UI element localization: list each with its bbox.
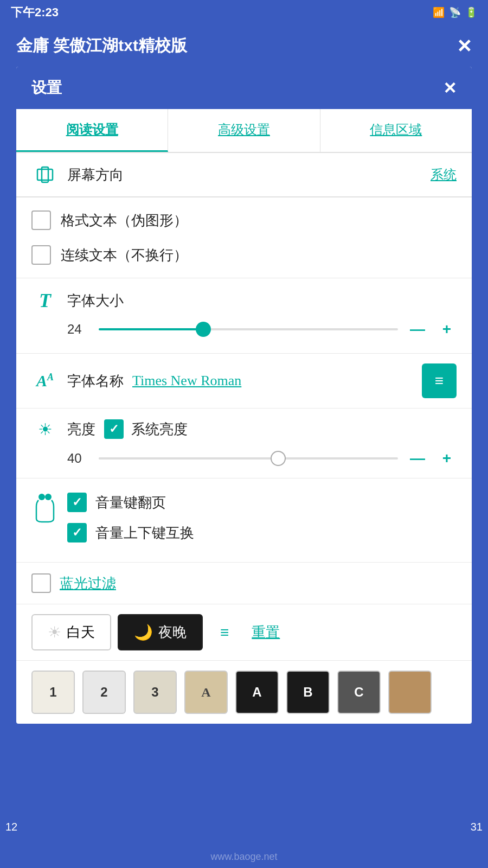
settings-dialog: 设置 ✕ 阅读设置 高级设置 信息区域 屏幕方向 系统 [16,67,472,724]
page-number-right: 31 [465,819,488,835]
checkbox-group: 格式文本（伪图形） 连续文本（不换行） [16,197,472,278]
volume-section: 音量键翻页 音量上下键互换 [16,478,472,563]
tab-info-zone[interactable]: 信息区域 [320,109,472,152]
app-titlebar: 金庸 笑傲江湖txt精校版 ✕ [0,25,488,67]
bluelight-checkbox[interactable] [31,573,51,593]
dialog-title: 设置 [31,78,62,98]
bluelight-section: 蓝光过滤 [16,563,472,604]
checkbox-row-1: 连续文本（不换行） [31,238,457,272]
brightness-slider-row: 40 — + [31,444,457,467]
brightness-system-label: 系统亮度 [131,420,188,439]
checkbox-format-text[interactable] [31,210,51,230]
moon-icon: 🌙 [134,623,153,641]
font-name-label: 字体名称 [67,372,124,391]
brightness-system-checkbox[interactable] [104,419,124,439]
font-size-slider-thumb[interactable] [196,322,211,337]
brightness-section: ☀ 亮度 系统亮度 40 — + [16,409,472,478]
font-name-btn-icon: ≡ [435,372,444,390]
volume-page-turn-row: 音量键翻页 [67,487,457,518]
signal-icon: 📶 [433,7,445,18]
volume-icon [31,487,59,528]
volume-swap-row: 音量上下键互换 [67,518,457,548]
font-name-icon: AA [31,372,59,390]
svg-rect-0 [37,169,53,180]
theme-swatch-1[interactable]: 1 [31,671,75,714]
font-size-slider-track[interactable] [99,328,398,330]
dialog-header: 设置 ✕ [16,67,472,109]
theme-swatch-a-dark[interactable]: A [235,671,279,714]
brightness-label: 亮度 [67,420,95,439]
theme-swatch-a-light[interactable]: A [184,671,228,714]
tab-read-settings[interactable]: 阅读设置 [16,109,168,152]
brightness-check-row: 系统亮度 [104,419,188,439]
font-size-icon: T [31,289,59,312]
tabs-row: 阅读设置 高级设置 信息区域 [16,109,472,153]
volume-checkboxes: 音量键翻页 音量上下键互换 [67,487,457,548]
theme-swatch-c-dark[interactable]: C [337,671,381,714]
status-time: 下午2:23 [11,4,59,21]
app-close-button[interactable]: ✕ [457,35,472,57]
day-mode-button[interactable]: ☀ 白天 [31,614,111,650]
volume-page-turn-checkbox[interactable] [67,493,87,512]
theme-swatch-b-dark[interactable]: B [286,671,330,714]
battery-icon: 🔋 [465,7,477,18]
volume-swap-checkbox[interactable] [67,523,87,542]
brightness-slider-track[interactable] [99,457,398,459]
brightness-minus-button[interactable]: — [408,450,427,467]
theme-row: 1 2 3 A A B C [16,661,472,724]
brightness-slider-thumb[interactable] [271,451,286,466]
theme-swatch-3[interactable]: 3 [133,671,177,714]
font-size-section: T 字体大小 24 — + [16,278,472,354]
font-name-row: AA 字体名称 Times New Roman ≡ [16,354,472,409]
bluelight-label[interactable]: 蓝光过滤 [60,574,116,593]
status-icons: 📶 📡 🔋 [433,7,477,18]
sun-icon: ☀ [48,623,61,641]
night-mode-button[interactable]: 🌙 夜晚 [118,614,203,650]
font-size-value: 24 [67,322,89,337]
app-title: 金庸 笑傲江湖txt精校版 [16,35,187,57]
brightness-header-row: ☀ 亮度 系统亮度 [31,414,457,444]
checkbox-row-0: 格式文本（伪图形） [31,203,457,238]
font-size-minus-button[interactable]: — [408,321,427,338]
checkbox-label-1: 连续文本（不换行） [61,246,188,265]
day-label: 白天 [67,623,95,642]
brightness-slider-fill [99,457,278,459]
reset-button[interactable]: 重置 [246,615,285,649]
tab-advanced-settings[interactable]: 高级设置 [168,109,320,152]
daynight-row: ☀ 白天 🌙 夜晚 ≡ 重置 [16,604,472,661]
status-bar: 下午2:23 📶 📡 🔋 [0,0,488,25]
screen-orientation-icon [31,165,59,184]
theme-swatch-2[interactable]: 2 [82,671,126,714]
brightness-icon: ☀ [31,420,59,439]
font-name-select-button[interactable]: ≡ [422,363,457,398]
font-size-plus-button[interactable]: + [437,321,457,338]
font-size-slider-fill [99,328,203,330]
theme-swatch-custom[interactable] [388,671,432,714]
font-size-slider-row: 24 — + [31,316,457,342]
bottom-watermark: www.baoge.net [0,846,488,868]
checkbox-label-0: 格式文本（伪图形） [61,211,188,230]
font-size-label-row: T 字体大小 [31,284,457,316]
night-label: 夜晚 [158,623,187,642]
settings-content: 屏幕方向 系统 格式文本（伪图形） 连续文本（不换行） T 字体大小 24 [16,153,472,724]
font-size-label: 字体大小 [67,291,124,310]
page-number-left: 12 [0,819,23,835]
brightness-value: 40 [67,451,89,466]
svg-point-2 [38,494,45,500]
checkbox-continuous-text[interactable] [31,245,51,265]
brightness-plus-button[interactable]: + [437,450,457,467]
orientation-label: 屏幕方向 [67,165,422,184]
custom-icon: ≡ [220,624,229,641]
screen-orientation-row: 屏幕方向 系统 [16,153,472,197]
dialog-close-button[interactable]: ✕ [443,79,457,98]
custom-mode-button[interactable]: ≡ [209,616,240,649]
orientation-value[interactable]: 系统 [431,166,457,183]
volume-page-turn-label: 音量键翻页 [95,493,166,512]
wifi-icon: 📡 [449,7,461,18]
svg-point-3 [45,494,52,500]
volume-swap-label: 音量上下键互换 [95,524,194,542]
font-name-value[interactable]: Times New Roman [132,373,413,389]
